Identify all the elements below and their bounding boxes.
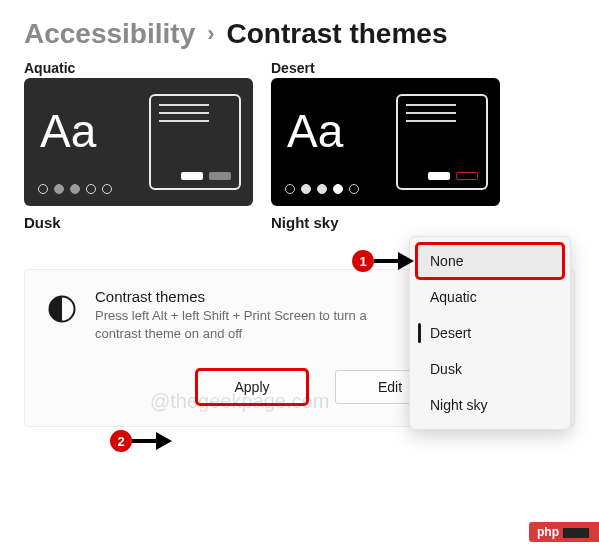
- theme-tile-night-sky[interactable]: Aa: [271, 78, 500, 206]
- chevron-right-icon: ›: [207, 21, 214, 47]
- contrast-half-circle-icon: [47, 294, 77, 324]
- annotation-badge-icon: 1: [352, 250, 374, 272]
- dropdown-item-desert[interactable]: Desert: [416, 315, 564, 351]
- card-title: Contrast themes: [95, 288, 415, 305]
- sample-text: Aa: [287, 104, 343, 158]
- theme-dropdown[interactable]: None Aquatic Desert Dusk Night sky: [409, 236, 571, 430]
- theme-tiles: Aquatic Aa Dusk Desert Aa Night sky: [0, 60, 599, 231]
- window-preview-icon: [149, 94, 241, 190]
- breadcrumb-parent[interactable]: Accessibility: [24, 18, 195, 50]
- annotation-badge-icon: 2: [110, 430, 132, 452]
- theme-tile-dusk[interactable]: Aa: [24, 78, 253, 206]
- breadcrumb-current: Contrast themes: [227, 18, 448, 50]
- footer-badge: php: [529, 522, 599, 542]
- tile-label-night-sky: Night sky: [271, 214, 500, 231]
- dropdown-item-night-sky[interactable]: Night sky: [416, 387, 564, 423]
- breadcrumb: Accessibility › Contrast themes: [0, 0, 599, 60]
- card-subtitle: Press left Alt + left Shift + Print Scre…: [95, 307, 415, 342]
- dropdown-item-none[interactable]: None: [416, 243, 564, 279]
- dropdown-item-aquatic[interactable]: Aquatic: [416, 279, 564, 315]
- color-dots-icon: [285, 184, 359, 194]
- annotation-step-1: 1: [352, 250, 414, 272]
- footer-badge-label: php: [537, 525, 559, 539]
- watermark-text: @thegeekpage.com: [150, 390, 329, 413]
- color-dots-icon: [38, 184, 112, 194]
- dropdown-item-dusk[interactable]: Dusk: [416, 351, 564, 387]
- arrow-right-icon: [156, 432, 172, 450]
- tile-label-aquatic: Aquatic: [24, 60, 253, 76]
- arrow-right-icon: [398, 252, 414, 270]
- tile-label-desert: Desert: [271, 60, 500, 76]
- annotation-step-2: 2: [110, 430, 172, 452]
- window-preview-icon: [396, 94, 488, 190]
- sample-text: Aa: [40, 104, 96, 158]
- tile-label-dusk: Dusk: [24, 214, 253, 231]
